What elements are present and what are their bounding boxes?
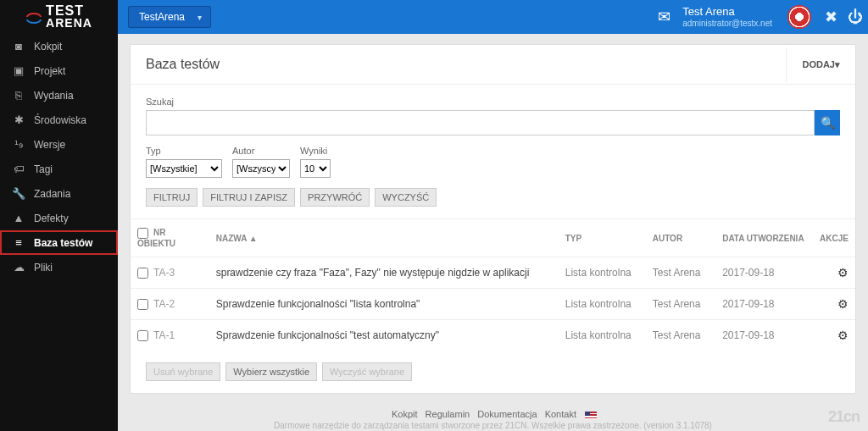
filtruj-button[interactable]: FILTRUJ <box>146 188 198 207</box>
row-autor: Test Arena <box>646 289 715 320</box>
footer-link[interactable]: Kontakt <box>545 409 576 419</box>
tests-table: NR OBIEKTU NAZWA ▲ TYP AUTOR DATA UTWORZ… <box>131 218 855 351</box>
page-title: Baza testów <box>146 57 220 72</box>
nav-icon: ▣ <box>12 64 25 77</box>
row-nazwa[interactable]: Sprawdzenie funkcjonalności "test automa… <box>209 320 559 351</box>
row-nr: TA-2 <box>153 298 175 310</box>
th-akcje: AKCJE <box>811 219 855 257</box>
nav-icon: ▲ <box>12 212 25 224</box>
row-checkbox[interactable] <box>137 268 148 279</box>
row-checkbox[interactable] <box>137 299 148 310</box>
sidebar-item-kokpit[interactable]: ◙Kokpit <box>0 34 118 58</box>
row-data: 2017-09-18 <box>715 257 811 289</box>
user-name: Test Arena <box>682 5 772 19</box>
sidebar-item-tagi[interactable]: 🏷Tagi <box>0 157 118 181</box>
footer-link[interactable]: Kokpit <box>392 409 418 419</box>
row-data: 2017-09-18 <box>715 320 811 351</box>
row-data: 2017-09-18 <box>715 289 811 320</box>
power-icon[interactable]: ⏻ <box>848 8 863 26</box>
sidebar-item-zadania[interactable]: 🔧Zadania <box>0 181 118 206</box>
sidebar-item-label: Kokpit <box>34 41 62 52</box>
footer-link[interactable]: Dokumentacja <box>477 409 537 419</box>
select-all-checkbox[interactable] <box>137 228 148 239</box>
nav-icon: 🏷 <box>12 163 25 175</box>
sidebar: TESTARENA ◙Kokpit▣Projekt⎘Wydania✱Środow… <box>0 0 118 431</box>
th-nazwa[interactable]: NAZWA ▲ <box>209 219 559 257</box>
row-nr: TA-1 <box>153 329 175 341</box>
add-button[interactable]: DODAJ▾ <box>786 47 855 82</box>
wyczysc-wybrane-button[interactable]: Wyczyść wybrane <box>322 362 412 381</box>
search-icon: 🔍 <box>821 116 835 130</box>
row-nazwa[interactable]: sprawdzenie czy fraza "Faza", Fazy" nie … <box>209 257 559 289</box>
sidebar-item-label: Baza testów <box>34 237 92 249</box>
th-data[interactable]: DATA UTWORZENIA <box>715 219 811 257</box>
typ-select[interactable]: [Wszystkie] <box>146 159 222 178</box>
typ-label: Typ <box>146 146 222 156</box>
flag-icon[interactable] <box>585 412 597 419</box>
table-row: TA-2Sprawdzenie funkcjonalności "lista k… <box>131 289 855 320</box>
sidebar-item-wersje[interactable]: ¹₉Wersje <box>0 132 118 157</box>
filtruj-zapisz-button[interactable]: FILTRUJ I ZAPISZ <box>203 188 295 207</box>
row-autor: Test Arena <box>646 257 715 289</box>
przywroc-button[interactable]: PRZYWRÓĆ <box>300 188 370 207</box>
sidebar-item-label: Środowiska <box>34 114 86 126</box>
user-block[interactable]: Test Arena administrator@testx.net <box>682 5 772 29</box>
row-autor: Test Arena <box>646 320 715 351</box>
content-card: Baza testów DODAJ▾ Szukaj 🔍 Typ [Wszystk… <box>130 44 856 394</box>
user-email: administrator@testx.net <box>682 19 772 29</box>
wyczysc-button[interactable]: WYCZYŚĆ <box>375 188 437 207</box>
brand-circle-icon <box>787 5 811 29</box>
search-button[interactable]: 🔍 <box>815 110 840 135</box>
filters-section: Szukaj 🔍 Typ [Wszystkie] Autor [Wszyscy]… <box>131 85 855 218</box>
sidebar-item-wydania[interactable]: ⎘Wydania <box>0 83 118 108</box>
nav-icon: ¹₉ <box>12 138 25 151</box>
topbar: TestArena ✉ Test Arena administrator@tes… <box>118 0 868 34</box>
nav-icon: ≡ <box>12 236 25 249</box>
sidebar-item-baza-testów[interactable]: ≡Baza testów <box>0 230 118 255</box>
row-nazwa[interactable]: Sprawdzenie funkcjonalności "lista kontr… <box>209 289 559 320</box>
autor-label: Autor <box>232 146 290 156</box>
nav-icon: ☁ <box>12 261 25 274</box>
table-row: TA-1Sprawdzenie funkcjonalności "test au… <box>131 320 855 351</box>
wyniki-label: Wyniki <box>300 146 331 156</box>
sidebar-item-środowiska[interactable]: ✱Środowiska <box>0 108 118 132</box>
nav-icon: ⎘ <box>12 89 25 102</box>
sidebar-item-label: Tagi <box>34 163 53 175</box>
search-label: Szukaj <box>146 97 840 107</box>
main-area: Baza testów DODAJ▾ Szukaj 🔍 Typ [Wszystk… <box>118 34 868 431</box>
gear-icon[interactable]: ⚙ <box>837 297 849 311</box>
gear-icon[interactable]: ⚙ <box>837 266 849 279</box>
row-typ: Lista kontrolna <box>559 257 646 289</box>
sidebar-item-label: Pliki <box>34 262 53 274</box>
gear-icon[interactable]: ⚙ <box>837 329 849 342</box>
table-row: TA-3sprawdzenie czy fraza "Faza", Fazy" … <box>131 257 855 289</box>
footer-links: Kokpit Regulamin Dokumentacja Kontakt <box>130 404 856 421</box>
footer-sub: Darmowe narzędzie do zarządzania testami… <box>130 421 856 431</box>
sidebar-item-pliki[interactable]: ☁Pliki <box>0 255 118 279</box>
row-checkbox[interactable] <box>137 330 148 341</box>
sidebar-item-label: Zadania <box>34 188 70 200</box>
nav-icon: ✱ <box>12 113 25 126</box>
footer-link[interactable]: Regulamin <box>426 409 470 419</box>
row-nr: TA-3 <box>153 267 175 279</box>
logo-swoosh-icon <box>25 8 42 25</box>
project-selector-label: TestArena <box>139 11 185 23</box>
th-autor[interactable]: AUTOR <box>646 219 715 257</box>
tools-icon[interactable]: ✖ <box>825 8 837 26</box>
brand-watermark: 21cn <box>828 408 860 426</box>
search-input[interactable] <box>146 110 815 135</box>
sidebar-item-projekt[interactable]: ▣Projekt <box>0 58 118 83</box>
sidebar-item-label: Wydania <box>34 90 74 102</box>
mail-icon[interactable]: ✉ <box>658 8 670 26</box>
sidebar-item-label: Defekty <box>34 213 69 224</box>
project-selector[interactable]: TestArena <box>128 6 211 28</box>
autor-select[interactable]: [Wszyscy] <box>232 159 290 178</box>
usun-wybrane-button[interactable]: Usuń wybrane <box>146 362 220 381</box>
app-logo: TESTARENA <box>0 0 118 34</box>
wybierz-wszystkie-button[interactable]: Wybierz wszystkie <box>225 362 317 381</box>
nav-icon: ◙ <box>12 40 25 52</box>
sidebar-item-defekty[interactable]: ▲Defekty <box>0 206 118 230</box>
row-typ: Lista kontrolna <box>559 320 646 351</box>
th-typ[interactable]: TYP <box>559 219 646 257</box>
wyniki-select[interactable]: 10 <box>300 159 331 178</box>
